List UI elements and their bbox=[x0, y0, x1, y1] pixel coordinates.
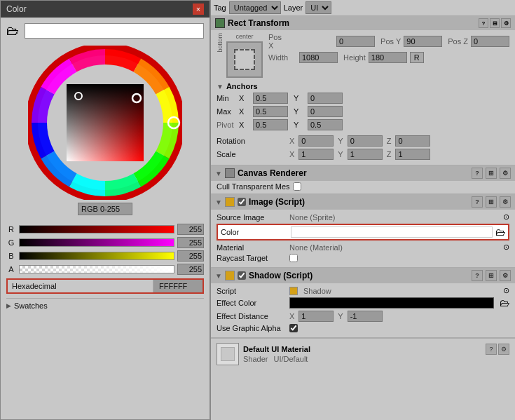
effect-y-input[interactable] bbox=[348, 311, 383, 322]
material-circle-icon[interactable]: ⊙ bbox=[503, 243, 509, 252]
mode-selector[interactable]: RGB 0-255 bbox=[78, 203, 132, 215]
rotation-label: Rotation bbox=[217, 137, 287, 145]
pivot-row: Pivot X Y bbox=[217, 119, 509, 130]
image-script-enable-checkbox[interactable] bbox=[238, 198, 246, 206]
scale-x-label: X bbox=[289, 150, 294, 158]
rotation-y-input[interactable] bbox=[348, 135, 383, 147]
hex-label: Hexadecimal bbox=[8, 280, 153, 292]
anchors-header-row: ▼ Anchors bbox=[217, 82, 509, 90]
width-header: Width bbox=[268, 53, 296, 62]
shadow-script-question-icon[interactable]: ? bbox=[472, 270, 483, 281]
canvas-renderer-question-icon[interactable]: ? bbox=[472, 168, 483, 179]
rotation-x-input[interactable] bbox=[298, 135, 334, 147]
rect-transform-header-icons: ? ⊞ ⚙ bbox=[479, 18, 511, 28]
slider-r-track[interactable] bbox=[19, 225, 174, 233]
pos-y-header: Pos Y bbox=[380, 37, 401, 46]
close-button[interactable]: × bbox=[193, 4, 204, 15]
effect-x-input[interactable] bbox=[298, 311, 334, 322]
source-image-circle-icon[interactable]: ⊙ bbox=[503, 212, 509, 222]
effect-x-label: X bbox=[289, 312, 294, 320]
pos-z-input[interactable] bbox=[471, 36, 509, 47]
effect-color-swatch[interactable] bbox=[289, 297, 494, 309]
anchors-max-row: Max X Y bbox=[217, 106, 509, 117]
slider-a-input[interactable] bbox=[177, 264, 204, 275]
shadow-script-circle-icon[interactable]: ⊙ bbox=[503, 286, 509, 295]
slider-g-track[interactable] bbox=[19, 238, 174, 247]
min-x-input[interactable] bbox=[253, 93, 288, 104]
rect-transform-question-icon[interactable]: ? bbox=[479, 18, 488, 28]
rotation-z-input[interactable] bbox=[395, 135, 430, 147]
max-label: Max bbox=[217, 107, 236, 116]
image-script-gear-icon[interactable]: ⚙ bbox=[500, 196, 511, 208]
hex-input[interactable] bbox=[153, 280, 202, 292]
image-script-header-icons: ? ⊞ ⚙ bbox=[472, 196, 511, 208]
eyedropper-icon[interactable]: 🗁 bbox=[6, 24, 19, 39]
shadow-script-enable-checkbox[interactable] bbox=[238, 271, 246, 280]
scale-z-input[interactable] bbox=[395, 149, 430, 160]
slider-a-track[interactable] bbox=[19, 265, 174, 273]
tag-select[interactable]: Untagged bbox=[229, 1, 281, 14]
use-graphic-alpha-checkbox[interactable] bbox=[289, 324, 298, 332]
anchors-arrow-icon: ▼ bbox=[217, 83, 224, 90]
canvas-renderer-component: ▼ Canvas Renderer ? ⊞ ⚙ Cull Transparent… bbox=[211, 165, 515, 194]
slider-r-input[interactable] bbox=[177, 224, 204, 235]
height-input[interactable] bbox=[369, 52, 407, 63]
cull-checkbox[interactable] bbox=[293, 182, 301, 191]
r-button[interactable]: R bbox=[410, 52, 424, 63]
use-graphic-alpha-row: Use Graphic Alpha bbox=[217, 324, 509, 332]
image-script-align-icon[interactable]: ⊞ bbox=[486, 196, 497, 208]
hex-row: Hexadecimal bbox=[6, 278, 204, 294]
shadow-script-gear-icon[interactable]: ⚙ bbox=[500, 270, 511, 281]
pos-x-input[interactable] bbox=[336, 36, 375, 47]
material-gear-icon[interactable]: ⚙ bbox=[498, 344, 509, 355]
scale-x-input[interactable] bbox=[298, 149, 334, 160]
image-script-component: ▼ Image (Script) ? ⊞ ⚙ Source Image None… bbox=[211, 194, 515, 268]
canvas-renderer-gear-icon[interactable]: ⚙ bbox=[500, 168, 511, 179]
rect-transform-align-icon[interactable]: ⊞ bbox=[490, 18, 500, 28]
color-field-swatch[interactable] bbox=[291, 226, 493, 238]
top-bar: Tag Untagged Layer UI bbox=[211, 0, 515, 16]
rect-transform-gear-icon[interactable]: ⚙ bbox=[501, 18, 511, 28]
color-wheel[interactable] bbox=[28, 46, 182, 200]
effect-distance-label: Effect Distance bbox=[217, 312, 287, 320]
color-field-label: Color bbox=[221, 228, 291, 236]
slider-b-input[interactable] bbox=[177, 250, 204, 262]
pivot-y-input[interactable] bbox=[308, 119, 343, 130]
rect-transform-title: Rect Transform bbox=[228, 18, 476, 28]
slider-b-track[interactable] bbox=[19, 252, 174, 260]
slider-row-r: R bbox=[6, 224, 204, 235]
swatches-row[interactable]: ▶ Swatches bbox=[6, 298, 204, 311]
width-input[interactable] bbox=[299, 52, 338, 63]
material-question-icon[interactable]: ? bbox=[486, 344, 497, 355]
layer-select[interactable]: UI bbox=[305, 1, 331, 14]
rotation-row: Rotation X Y Z bbox=[217, 135, 509, 147]
material-inner-icon bbox=[221, 347, 235, 361]
source-image-value: None (Sprite) bbox=[289, 213, 335, 222]
right-panel: Tag Untagged Layer UI Rect Transform ? ⊞… bbox=[210, 0, 515, 420]
slider-g-input[interactable] bbox=[177, 237, 204, 248]
shadow-script-align-icon[interactable]: ⊞ bbox=[486, 270, 497, 281]
shadow-script-row: Script Shadow ⊙ bbox=[217, 286, 509, 295]
rotation-scale-section: Rotation X Y Z Scale X Y Z bbox=[211, 134, 515, 165]
color-content: 🗁 bbox=[1, 18, 210, 419]
canvas-renderer-header-icons: ? ⊞ ⚙ bbox=[472, 168, 511, 179]
scale-y-input[interactable] bbox=[348, 149, 383, 160]
color-field-eyedropper-icon[interactable]: 🗁 bbox=[495, 226, 505, 238]
layer-label: Layer bbox=[284, 4, 303, 12]
min-y-input[interactable] bbox=[308, 93, 343, 104]
max-y-input[interactable] bbox=[308, 106, 343, 117]
pivot-x-label: X bbox=[239, 121, 250, 129]
color-panel: Color × 🗁 bbox=[0, 0, 210, 420]
canvas-renderer-icon bbox=[225, 168, 235, 178]
raycast-target-checkbox[interactable] bbox=[289, 254, 298, 262]
max-x-input[interactable] bbox=[253, 106, 288, 117]
anchors-label: Anchors bbox=[226, 82, 258, 90]
slider-row-b: B bbox=[6, 250, 204, 262]
pivot-x-input[interactable] bbox=[253, 119, 288, 130]
anchor-diagram-wrapper: center bbox=[226, 33, 263, 78]
pos-y-input[interactable] bbox=[404, 36, 442, 47]
canvas-renderer-align-icon[interactable]: ⊞ bbox=[486, 168, 497, 179]
effect-color-eyedropper-icon[interactable]: 🗁 bbox=[500, 297, 509, 309]
scale-z-label: Z bbox=[387, 150, 392, 158]
image-script-question-icon[interactable]: ? bbox=[472, 196, 483, 208]
